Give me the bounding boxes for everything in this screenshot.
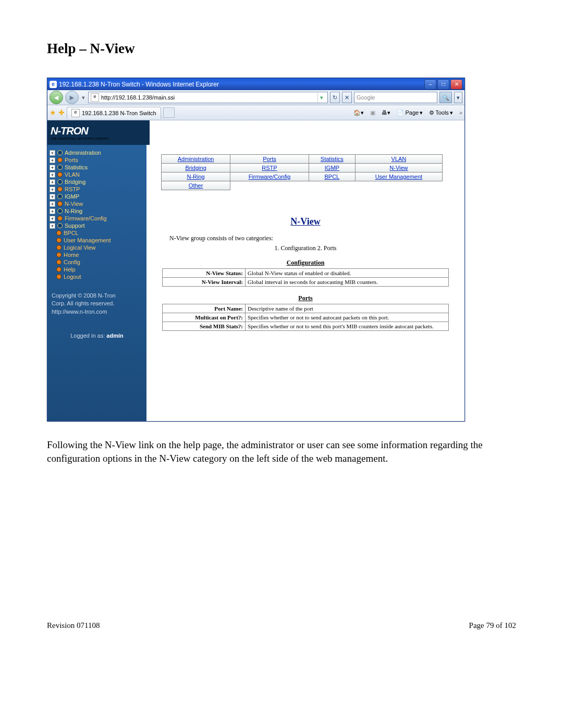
help-link-igmp[interactable]: IGMP	[325, 165, 339, 171]
expand-icon[interactable]	[50, 275, 54, 279]
sidebar-item-label: Logout	[64, 274, 81, 280]
sidebar-item-label: IGMP	[65, 193, 79, 200]
expand-icon[interactable]: +	[50, 216, 55, 221]
sidebar-item-label: Help	[64, 266, 76, 273]
table-value: Global interval in seconds for autocasti…	[246, 278, 449, 287]
sidebar-item-help[interactable]: Help	[50, 266, 144, 273]
expand-icon[interactable]	[50, 245, 54, 250]
url-text: http://192.168.1.238/main.ssi	[101, 94, 315, 101]
history-dropdown-icon[interactable]: ▾	[81, 94, 86, 101]
help-link-n-view[interactable]: N-View	[389, 165, 408, 171]
help-link-administration[interactable]: Administration	[178, 156, 214, 162]
refresh-button[interactable]: ↻	[330, 92, 340, 103]
main-content: AdministrationPortsStatisticsVLANBridgin…	[146, 145, 464, 421]
sidebar-item-vlan[interactable]: +VLAN	[50, 171, 144, 178]
expand-icon[interactable]: +	[50, 157, 55, 163]
sidebar-item-statistics[interactable]: +Statistics	[50, 164, 144, 171]
sidebar-item-config[interactable]: Config	[50, 258, 144, 266]
expand-icon[interactable]: +	[50, 223, 55, 229]
footer-revision: Revision 071108	[47, 621, 100, 630]
sidebar-item-bpcl[interactable]: BPCL	[50, 229, 144, 237]
sidebar-item-n-ring[interactable]: +N-Ring	[50, 207, 144, 215]
expand-icon[interactable]	[50, 238, 54, 243]
expand-icon[interactable]	[50, 267, 54, 272]
home-icon[interactable]: 🏠▾	[351, 109, 366, 116]
expand-icon[interactable]: +	[50, 194, 55, 200]
description-paragraph: Following the N-View link on the help pa…	[47, 438, 516, 465]
help-link-user-management[interactable]: User Management	[375, 174, 423, 180]
help-link-rstp[interactable]: RSTP	[262, 165, 277, 171]
page-title: Help – N-View	[47, 41, 516, 57]
sidebar-item-label: Administration	[65, 150, 101, 156]
folder-icon	[56, 267, 62, 272]
sidebar-item-rstp[interactable]: +RSTP	[50, 186, 144, 193]
table-value: Specifies whether or not to send this po…	[246, 322, 449, 331]
address-dropdown-icon[interactable]: ▾	[317, 93, 325, 102]
tab-bar: ★ ✚ e 192.168.1.238 N-Tron Switch 🏠▾ ▣ 🖶…	[47, 105, 464, 120]
folder-icon	[57, 201, 63, 206]
favorites-star-icon[interactable]: ★	[50, 108, 56, 117]
folder-icon	[57, 150, 63, 155]
ie-icon: e	[50, 81, 57, 88]
tools-menu[interactable]: ⚙ Tools ▾	[427, 109, 455, 116]
sidebar-item-firmware-config[interactable]: +Firmware/Config	[50, 215, 144, 222]
back-button[interactable]: ◄	[50, 91, 63, 104]
help-link-vlan[interactable]: VLAN	[391, 156, 407, 162]
add-favorites-icon[interactable]: ✚	[58, 108, 65, 117]
browser-tab[interactable]: e 192.168.1.238 N-Tron Switch	[67, 107, 161, 119]
search-button[interactable]: 🔍	[439, 92, 452, 103]
print-icon[interactable]: 🖶▾	[380, 109, 393, 116]
section-description: N-View group consists of two categories:	[169, 235, 449, 242]
sidebar-item-ports[interactable]: +Ports	[50, 156, 144, 164]
expand-icon[interactable]	[50, 260, 54, 265]
help-link-bridging[interactable]: Bridging	[185, 165, 206, 171]
search-input[interactable]: Google	[354, 92, 437, 103]
help-link-statistics[interactable]: Statistics	[321, 156, 344, 162]
expand-icon[interactable]: +	[50, 165, 55, 170]
expand-icon[interactable]: +	[50, 179, 55, 185]
folder-icon	[57, 179, 63, 184]
table-key: N-View Status:	[163, 269, 246, 278]
maximize-button[interactable]: □	[437, 79, 449, 90]
page-icon: e	[91, 93, 99, 102]
sidebar-item-user-management[interactable]: User Management	[50, 237, 144, 244]
new-tab-button[interactable]	[163, 107, 175, 118]
expand-icon[interactable]: +	[50, 150, 55, 156]
sidebar-item-n-view[interactable]: +N-View	[50, 200, 144, 207]
sidebar-item-igmp[interactable]: +IGMP	[50, 193, 144, 200]
folder-icon	[56, 260, 62, 265]
sidebar-item-bridging[interactable]: +Bridging	[50, 178, 144, 186]
expand-icon[interactable]	[50, 231, 54, 236]
sidebar-item-administration[interactable]: +Administration	[50, 149, 144, 156]
ports-header: Ports	[162, 293, 449, 304]
sidebar-item-label: Support	[65, 223, 85, 229]
table-key: Multicast on Port?:	[163, 313, 246, 322]
chevron-overflow-icon[interactable]: »	[457, 109, 462, 116]
help-link-n-ring[interactable]: N-Ring	[187, 174, 204, 180]
expand-icon[interactable]: +	[50, 187, 55, 192]
sidebar-item-logout[interactable]: Logout	[50, 273, 144, 280]
close-button[interactable]: ✕	[450, 79, 462, 90]
minimize-button[interactable]: –	[424, 79, 436, 90]
help-link-other[interactable]: Other	[189, 182, 203, 189]
folder-icon	[57, 194, 63, 199]
forward-button[interactable]: ►	[65, 91, 79, 104]
configuration-table: Configuration N-View Status:Global N-Vie…	[162, 257, 449, 287]
feeds-icon[interactable]: ▣	[368, 109, 377, 116]
help-link-ports[interactable]: Ports	[263, 156, 276, 162]
search-options-dropdown[interactable]: ▾	[454, 92, 462, 103]
expand-icon[interactable]	[50, 253, 54, 257]
expand-icon[interactable]: +	[50, 172, 55, 178]
stop-button[interactable]: ✕	[342, 92, 352, 103]
sidebar-item-logical-view[interactable]: Logical View	[50, 244, 144, 251]
folder-icon	[56, 238, 62, 243]
address-bar[interactable]: e http://192.168.1.238/main.ssi ▾	[88, 92, 328, 103]
sidebar-item-support[interactable]: +Support	[50, 222, 144, 229]
help-link-bpcl[interactable]: BPCL	[324, 174, 339, 180]
folder-icon	[57, 157, 63, 163]
expand-icon[interactable]: +	[50, 208, 55, 214]
page-menu[interactable]: 📄 Page ▾	[395, 109, 425, 116]
sidebar-item-home[interactable]: Home	[50, 251, 144, 258]
expand-icon[interactable]: +	[50, 201, 55, 207]
help-link-firmware-config[interactable]: Firmware/Config	[249, 174, 291, 180]
